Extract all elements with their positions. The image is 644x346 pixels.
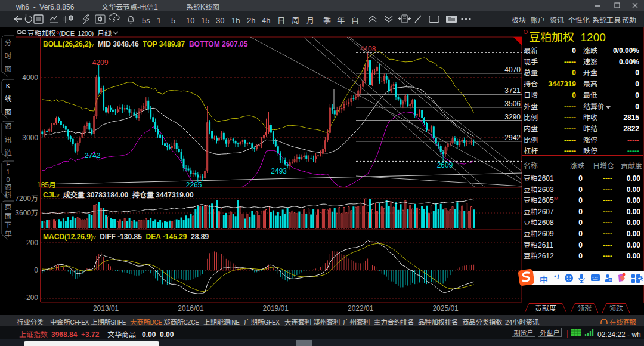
svg-text:2016/01: 2016/01 <box>178 302 204 313</box>
svg-text:领跌: 领跌 <box>609 302 623 313</box>
svg-text:3721: 3721 <box>504 85 521 95</box>
svg-text:0: 0 <box>34 264 38 274</box>
svg-text:3600万: 3600万 <box>15 207 38 217</box>
svg-text:2742: 2742 <box>85 150 101 160</box>
svg-text:in: in <box>609 277 612 282</box>
svg-text:2609: 2609 <box>437 159 453 169</box>
svg-text:-200: -200 <box>24 292 38 302</box>
svg-text:2942: 2942 <box>504 132 521 142</box>
svg-text:4209: 4209 <box>92 57 109 67</box>
svg-text:4000: 4000 <box>22 72 38 82</box>
svg-text:2025/01: 2025/01 <box>432 302 459 313</box>
svg-text:3000: 3000 <box>22 132 38 142</box>
svg-text:贡献度: 贡献度 <box>535 302 556 313</box>
svg-text:2022/01: 2022/01 <box>348 302 374 313</box>
svg-text:2013/01: 2013/01 <box>93 302 119 313</box>
svg-text:200: 200 <box>26 237 38 247</box>
svg-text:2265: 2265 <box>186 179 202 189</box>
svg-text:2493: 2493 <box>271 165 287 175</box>
svg-text:领涨: 领涨 <box>577 302 592 313</box>
svg-text:7200万: 7200万 <box>15 193 38 203</box>
svg-text:4070: 4070 <box>504 64 521 74</box>
svg-text:3506: 3506 <box>504 98 521 108</box>
svg-text:4408: 4408 <box>360 43 376 53</box>
svg-text:3290: 3290 <box>504 111 521 121</box>
svg-text:2019/01: 2019/01 <box>263 302 289 313</box>
